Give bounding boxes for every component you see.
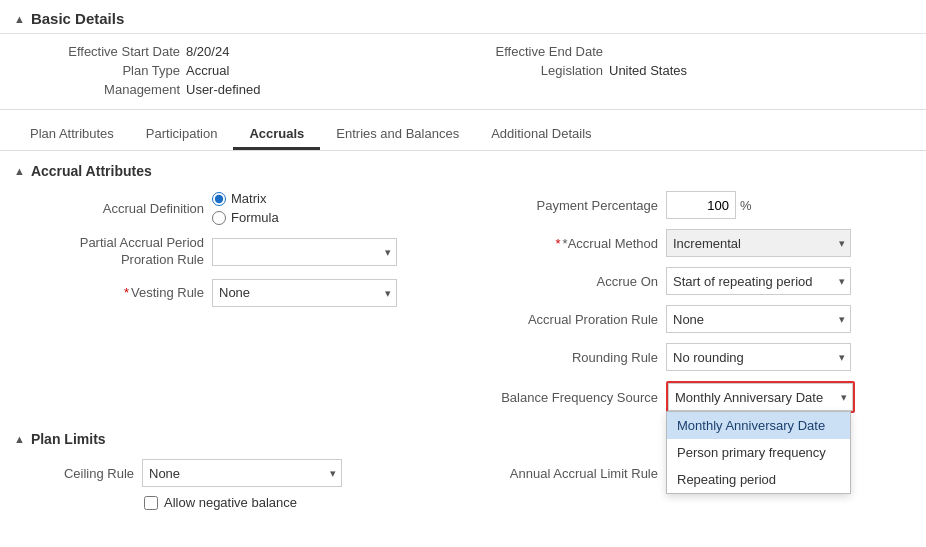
- plan-type-label: Plan Type: [40, 63, 180, 78]
- dropdown-item-person-primary[interactable]: Person primary frequency: [667, 439, 850, 466]
- tabs-bar: Plan Attributes Participation Accruals E…: [0, 110, 926, 151]
- accrue-on-select[interactable]: Start of repeating period: [666, 267, 851, 295]
- accrual-proration-select-wrapper: None: [666, 305, 851, 333]
- effective-start-date-label: Effective Start Date: [40, 44, 180, 59]
- allow-negative-checkbox[interactable]: [144, 496, 158, 510]
- effective-start-date-row: Effective Start Date 8/20/24: [40, 42, 463, 61]
- allow-negative-label: Allow negative balance: [164, 495, 297, 510]
- management-row: Management User-defined: [40, 80, 463, 99]
- management-label: Management: [40, 82, 180, 97]
- vesting-rule-label: Vesting Rule: [24, 285, 204, 300]
- ceiling-rule-select[interactable]: None: [142, 459, 342, 487]
- balance-freq-wrapper: ▾: [666, 381, 855, 413]
- accrual-method-select[interactable]: Incremental: [666, 229, 851, 257]
- legislation-row: Legislation United States: [463, 61, 886, 80]
- vesting-rule-select[interactable]: None: [212, 279, 397, 307]
- accrual-collapse-icon[interactable]: ▲: [14, 165, 25, 177]
- management-value: User-defined: [186, 82, 260, 97]
- matrix-radio[interactable]: [212, 192, 226, 206]
- matrix-radio-row: Matrix: [212, 191, 279, 206]
- ceiling-rule-label: Ceiling Rule: [34, 466, 134, 481]
- legislation-value: United States: [609, 63, 687, 78]
- accrual-proration-label: Accrual Proration Rule: [473, 312, 658, 327]
- rounding-rule-select-wrapper: No rounding: [666, 343, 851, 371]
- vesting-rule-select-wrapper: None: [212, 279, 397, 307]
- balance-freq-input[interactable]: [668, 383, 853, 411]
- effective-start-date-value: 8/20/24: [186, 44, 229, 59]
- partial-accrual-select[interactable]: [212, 238, 397, 266]
- accrual-proration-select[interactable]: None: [666, 305, 851, 333]
- partial-accrual-row: Partial Accrual PeriodProration Rule: [24, 235, 443, 269]
- accrual-attributes-header: ▲ Accrual Attributes: [14, 163, 912, 179]
- balance-freq-dropdown: Monthly Anniversary Date Person primary …: [666, 411, 851, 494]
- accrual-definition-radios: Matrix Formula: [212, 191, 279, 225]
- rounding-rule-label: Rounding Rule: [473, 350, 658, 365]
- allow-negative-row: Allow negative balance: [14, 495, 463, 510]
- accrual-method-row: *Accrual Method Incremental: [473, 229, 902, 257]
- right-col: Payment Percentage % *Accrual Method Inc…: [463, 191, 902, 423]
- ceiling-rule-select-wrapper: None: [142, 459, 342, 487]
- accrual-attributes-title: Accrual Attributes: [31, 163, 152, 179]
- payment-percentage-input[interactable]: [666, 191, 736, 219]
- effective-end-date-row: Effective End Date: [463, 42, 886, 61]
- accrual-definition-label: Accrual Definition: [24, 201, 204, 216]
- basic-details-content: Effective Start Date 8/20/24 Plan Type A…: [0, 34, 926, 110]
- accrual-proration-row: Accrual Proration Rule None: [473, 305, 902, 333]
- rounding-rule-row: Rounding Rule No rounding: [473, 343, 902, 371]
- accrual-method-label: *Accrual Method: [473, 236, 658, 251]
- vesting-rule-row: Vesting Rule None: [24, 279, 443, 307]
- partial-accrual-select-wrapper: [212, 238, 397, 266]
- pct-symbol: %: [740, 198, 752, 213]
- rounding-rule-select[interactable]: No rounding: [666, 343, 851, 371]
- basic-details-title: Basic Details: [31, 10, 124, 27]
- tab-entries-balances[interactable]: Entries and Balances: [320, 120, 475, 150]
- collapse-icon[interactable]: ▲: [14, 13, 25, 25]
- balance-freq-row: Balance Frequency Source ▾ Monthly Anniv…: [473, 381, 902, 413]
- basic-details-header: ▲ Basic Details: [0, 0, 926, 34]
- tab-additional-details[interactable]: Additional Details: [475, 120, 607, 150]
- ceiling-rule-row: Ceiling Rule None: [14, 459, 463, 487]
- accrue-on-row: Accrue On Start of repeating period: [473, 267, 902, 295]
- partial-accrual-label: Partial Accrual PeriodProration Rule: [24, 235, 204, 269]
- payment-row: %: [666, 191, 752, 219]
- plan-type-row: Plan Type Accrual: [40, 61, 463, 80]
- dropdown-item-monthly[interactable]: Monthly Anniversary Date: [667, 412, 850, 439]
- payment-percentage-row: Payment Percentage %: [473, 191, 902, 219]
- formula-radio-row: Formula: [212, 210, 279, 225]
- dropdown-item-repeating[interactable]: Repeating period: [667, 466, 850, 493]
- matrix-label: Matrix: [231, 191, 266, 206]
- accrue-on-select-wrapper: Start of repeating period: [666, 267, 851, 295]
- tab-plan-attributes[interactable]: Plan Attributes: [14, 120, 130, 150]
- plan-limits-collapse-icon[interactable]: ▲: [14, 433, 25, 445]
- formula-radio[interactable]: [212, 211, 226, 225]
- accrual-attributes-section: ▲ Accrual Attributes Accrual Definition …: [0, 151, 926, 423]
- left-col: Accrual Definition Matrix Formula Partia…: [24, 191, 463, 423]
- accrual-content: Accrual Definition Matrix Formula Partia…: [14, 191, 912, 423]
- tab-participation[interactable]: Participation: [130, 120, 234, 150]
- tab-accruals[interactable]: Accruals: [233, 120, 320, 150]
- plan-limits-title: Plan Limits: [31, 431, 106, 447]
- annual-accrual-label: Annual Accrual Limit Rule: [473, 466, 658, 481]
- payment-percentage-label: Payment Percentage: [473, 198, 658, 213]
- accrual-method-select-wrapper: Incremental: [666, 229, 851, 257]
- legislation-label: Legislation: [463, 63, 603, 78]
- accrual-definition-row: Accrual Definition Matrix Formula: [24, 191, 443, 225]
- balance-freq-container: ▾ Monthly Anniversary Date Person primar…: [666, 381, 855, 413]
- plan-limits-left: Ceiling Rule None Allow negative balance: [14, 459, 463, 510]
- plan-type-value: Accrual: [186, 63, 229, 78]
- effective-end-date-label: Effective End Date: [463, 44, 603, 59]
- formula-label: Formula: [231, 210, 279, 225]
- balance-freq-label: Balance Frequency Source: [473, 390, 658, 405]
- accrue-on-label: Accrue On: [473, 274, 658, 289]
